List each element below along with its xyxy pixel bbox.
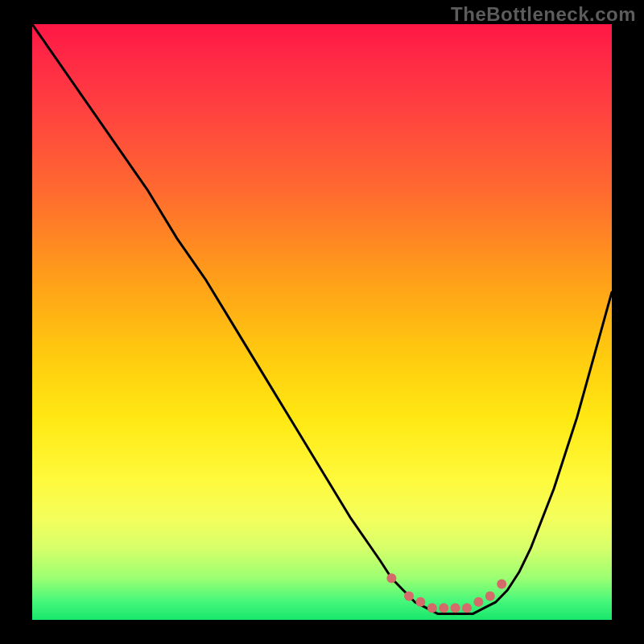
optimal-point	[497, 580, 506, 589]
plot-area	[32, 24, 612, 620]
optimal-point	[415, 597, 425, 607]
optimal-point	[427, 603, 437, 613]
bottleneck-curve	[32, 24, 612, 614]
optimal-point	[404, 591, 414, 601]
optimal-point	[473, 597, 483, 607]
curve-layer	[32, 24, 612, 620]
optimal-point	[439, 603, 448, 613]
optimal-point	[386, 573, 396, 583]
watermark-text: TheBottleneck.com	[451, 3, 636, 26]
chart-frame: TheBottleneck.com	[0, 0, 644, 644]
optimal-point	[462, 603, 472, 613]
optimal-point	[451, 603, 460, 613]
optimal-point	[485, 591, 495, 601]
